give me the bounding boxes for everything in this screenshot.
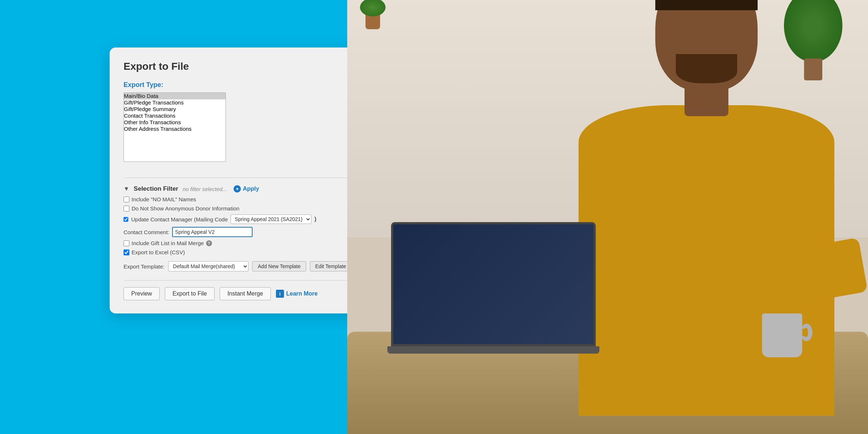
shelf-area — [362, 11, 384, 40]
preview-button[interactable]: Preview — [124, 287, 160, 300]
mug-handle — [801, 324, 812, 341]
export-excel-checkbox[interactable] — [124, 250, 129, 255]
hair — [655, 0, 758, 10]
mug-body-wrapper — [762, 313, 802, 357]
filter-value: no filter selected... — [183, 186, 227, 192]
apply-label: Apply — [243, 186, 259, 192]
left-panel: Export to File Export Type: Main/Bio Dat… — [0, 0, 347, 434]
divider-1 — [124, 178, 352, 178]
contact-comment-label: Contact Comment: — [124, 229, 169, 235]
contact-comment-input[interactable] — [172, 227, 253, 237]
template-label: Export Template: — [124, 263, 164, 270]
listbox-item-2[interactable]: Gift/Pledge Summary — [124, 106, 225, 113]
learn-more-icon: i — [276, 290, 284, 298]
no-mail-checkbox[interactable] — [124, 197, 129, 202]
mailing-code-select[interactable]: Spring Appeal 2021 (SA2021)Fall Appeal 2… — [231, 214, 311, 224]
mailing-code-paren-close: ) — [314, 216, 316, 222]
template-row: Export Template: Default Mail Merge(shar… — [124, 261, 352, 271]
laptop-base — [387, 346, 599, 354]
update-contact-label: Update Contact Manager (Mailing Code — [131, 216, 228, 222]
learn-more-row: i Learn More — [276, 290, 318, 298]
selection-filter-row: ▼ Selection Filter no filter selected...… — [124, 184, 352, 193]
small-plant — [362, 11, 384, 40]
no-mail-label: Include "NO MAIL" Names — [132, 196, 196, 202]
listbox-item-5[interactable]: Other Address Transactions — [124, 126, 225, 132]
template-select[interactable]: Default Mail Merge(shared)Custom Templat… — [168, 261, 249, 271]
anon-donor-row: Do Not Show Anonymous Donor Information — [124, 205, 352, 212]
add-new-template-button[interactable]: Add New Template — [252, 261, 306, 271]
export-to-file-button[interactable]: Export to File — [165, 287, 215, 300]
action-row: Preview Export to File Instant Merge i L… — [124, 287, 352, 300]
listbox-item-0[interactable]: Main/Bio Data — [124, 93, 225, 99]
export-type-label: Export Type: — [124, 81, 352, 89]
laptop-screen — [391, 222, 596, 346]
update-contact-row: Update Contact Manager (Mailing Code Spr… — [124, 214, 352, 224]
apply-button[interactable]: + Apply — [231, 184, 261, 193]
include-gift-checkbox[interactable] — [124, 240, 129, 246]
listbox-item-4[interactable]: Other Info Transactions — [124, 119, 225, 126]
listbox-item-3[interactable]: Contact Transactions — [124, 113, 225, 119]
anon-donor-checkbox[interactable] — [124, 206, 129, 212]
right-panel — [347, 0, 868, 434]
edit-template-button[interactable]: Edit Template — [310, 261, 352, 271]
export-excel-row: Export to Excel (CSV) — [124, 249, 352, 255]
export-excel-label: Export to Excel (CSV) — [132, 249, 185, 255]
head — [655, 0, 758, 91]
anon-donor-label: Do Not Show Anonymous Donor Information — [132, 205, 239, 212]
contact-comment-row: Contact Comment: — [124, 227, 352, 237]
include-gift-row: Include Gift List in Mail Merge ? — [124, 240, 352, 246]
laptop — [384, 222, 603, 361]
export-dialog: Export to File Export Type: Main/Bio Dat… — [110, 47, 365, 313]
include-gift-label: Include Gift List in Mail Merge — [132, 240, 204, 246]
coffee-mug-area — [762, 313, 802, 357]
laptop-screen-content — [393, 224, 594, 344]
update-contact-checkbox[interactable] — [124, 217, 128, 222]
include-gift-info-icon[interactable]: ? — [206, 240, 212, 246]
filter-icon: ▼ — [124, 186, 129, 192]
selection-filter-label: Selection Filter — [134, 185, 178, 193]
small-plant-leaves — [360, 0, 386, 16]
apply-icon: + — [234, 185, 241, 193]
learn-more-link[interactable]: Learn More — [286, 290, 318, 297]
export-type-listbox[interactable]: Main/Bio DataGift/Pledge TransactionsGif… — [124, 92, 226, 162]
divider-2 — [124, 280, 352, 281]
dialog-title: Export to File — [124, 61, 352, 72]
listbox-item-1[interactable]: Gift/Pledge Transactions — [124, 99, 225, 106]
beard — [676, 54, 737, 83]
instant-merge-button[interactable]: Instant Merge — [220, 287, 271, 300]
no-mail-row: Include "NO MAIL" Names — [124, 196, 352, 202]
mug-body — [762, 313, 802, 357]
